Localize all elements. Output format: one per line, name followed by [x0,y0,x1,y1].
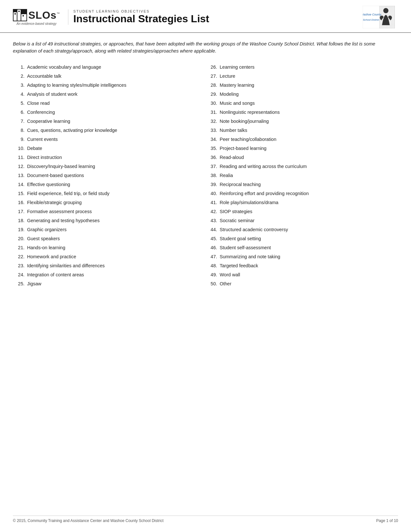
list-item: 36.Read-aloud [206,153,398,162]
item-text: Role play/simulations/drama [220,200,398,205]
list-item: 16.Flexible/strategic grouping [13,198,206,207]
svg-point-9 [383,8,388,13]
item-number: 9. [13,137,24,142]
item-text: Integration of content areas [27,272,206,277]
list-item: 39.Reciprocal teaching [206,180,398,189]
strategies-list: 1.Academic vocabulary and language2.Acco… [0,60,411,301]
item-number: 1. [13,64,24,70]
svg-text:School District: School District [363,18,379,21]
list-item: 14.Effective questioning [13,180,206,189]
list-item: 20.Guest speakers [13,234,206,243]
list-item: 32.Note booking/journaling [206,117,398,126]
list-item: 48.Targeted feedback [206,261,398,270]
item-text: Modeling [220,92,398,97]
item-number: 21. [13,245,24,250]
list-item: 10.Debate [13,144,206,153]
list-item: 7.Cooperative learning [13,117,206,126]
list-item: 47.Summarizing and note taking [206,252,398,261]
item-number: 4. [13,92,24,97]
item-text: Peer teaching/collaboration [220,137,398,142]
item-text: Analysis of student work [27,92,206,97]
item-number: 11. [13,155,24,160]
item-number: 7. [13,119,24,124]
list-item: 15.Field experience, field trip, or fiel… [13,189,206,198]
list-item: 24.Integration of content areas [13,270,206,279]
item-text: Summarizing and note taking [220,254,398,259]
item-number: 43. [206,218,217,223]
item-number: 19. [13,227,24,232]
item-number: 23. [13,263,24,268]
svg-rect-3 [15,13,16,15]
item-text: Flexible/strategic grouping [27,200,206,205]
list-item: 49.Word wall [206,270,398,279]
list-item: 43.Socratic seminar [206,216,398,225]
item-number: 47. [206,254,217,259]
item-number: 6. [13,110,24,115]
item-text: Targeted feedback [220,263,398,268]
item-number: 45. [206,236,217,241]
item-text: Reciprocal teaching [220,182,398,187]
item-number: 10. [13,146,24,151]
item-text: Discovery/Inquiry-based learning [27,164,206,169]
item-text: Student goal setting [220,236,398,241]
svg-rect-5 [23,15,24,16]
item-text: Nonlinguistic representations [220,110,398,115]
page-title: Instructional Strategies List [73,13,354,25]
list-item: 11.Direct instruction [13,153,206,162]
list-item: 25.Jigsaw [13,279,206,288]
item-number: 50. [206,281,217,286]
list-item: 45.Student goal setting [206,234,398,243]
svg-rect-4 [18,11,20,12]
item-text: Number talks [220,128,398,133]
item-number: 16. [13,200,24,205]
item-number: 34. [206,137,217,142]
list-item: 13.Document-based questions [13,171,206,180]
item-number: 33. [206,128,217,133]
item-number: 39. [206,182,217,187]
item-text: Read-aloud [220,155,398,160]
item-text: Music and songs [220,101,398,106]
item-number: 14. [13,182,24,187]
item-number: 15. [13,191,24,196]
item-number: 35. [206,146,217,151]
item-number: 8. [13,128,24,133]
item-number: 13. [13,173,24,178]
item-number: 31. [206,110,217,115]
list-item: 22.Homework and practice [13,252,206,261]
item-number: 41. [206,200,217,205]
item-text: Current events [27,137,206,142]
item-text: Direct instruction [27,155,206,160]
item-number: 3. [13,83,24,88]
logo-box: SLOs™ [13,9,60,21]
footer-page: Page 1 of 10 [376,518,398,523]
list-item: 4.Analysis of student work [13,90,206,99]
item-text: Mastery learning [220,83,398,88]
item-text: Graphic organizers [27,227,206,232]
item-number: 48. [206,263,217,268]
list-item: 23.Identifying similarities and differen… [13,261,206,270]
item-number: 20. [13,236,24,241]
item-number: 46. [206,245,217,250]
item-text: SIOP strategies [220,209,398,214]
item-text: Document-based questions [27,173,206,178]
list-item: 44.Structured academic controversy [206,225,398,234]
item-text: Cues, questions, activating prior knowle… [27,128,206,133]
item-number: 26. [206,64,217,70]
item-number: 24. [13,272,24,277]
item-number: 28. [206,83,217,88]
list-item: 12.Discovery/Inquiry-based learning [13,162,206,171]
slos-label: SLOs™ [28,10,60,20]
list-item: 34.Peer teaching/collaboration [206,135,398,144]
item-text: Guest speakers [27,236,206,241]
title-area: STUDENT LEARNING OBJECTIVES Instructiona… [68,9,354,25]
item-text: Conferencing [27,110,206,115]
left-column: 1.Academic vocabulary and language2.Acco… [13,63,206,288]
list-item: 9.Current events [13,135,206,144]
list-item: 1.Academic vocabulary and language [13,63,206,72]
item-number: 37. [206,164,217,169]
item-number: 25. [13,281,24,286]
item-number: 38. [206,173,217,178]
item-text: Lecture [220,74,398,79]
item-text: Learning centers [220,64,398,70]
list-item: 21.Hands-on learning [13,243,206,252]
